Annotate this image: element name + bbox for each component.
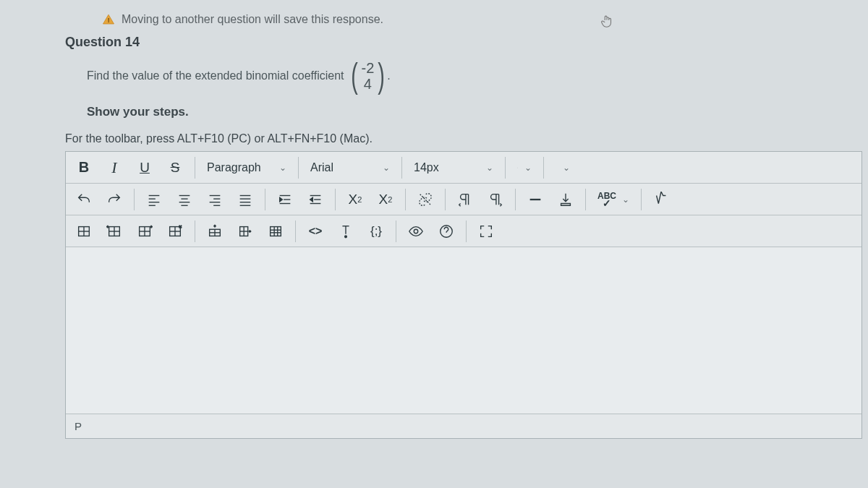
block-format-dropdown[interactable]: Paragraph ⌄ — [200, 155, 294, 181]
save-warning: ! Moving to another question will save t… — [0, 0, 868, 35]
help-button[interactable] — [433, 218, 459, 244]
paren-left: ( — [351, 61, 358, 90]
show-steps-text: Show your steps. — [87, 105, 868, 132]
preview-button[interactable] — [403, 218, 429, 244]
css-class-button[interactable]: {;} — [363, 218, 389, 244]
element-path[interactable]: P — [75, 420, 82, 432]
insert-file-button[interactable] — [553, 187, 579, 213]
html-source-button[interactable]: <> — [302, 218, 328, 244]
svg-point-62 — [414, 229, 418, 234]
prompt-period: . — [387, 69, 390, 82]
font-family-label: Arial — [310, 161, 333, 174]
insert-table-button[interactable] — [71, 218, 97, 244]
remove-link-button[interactable] — [412, 187, 438, 213]
fullscreen-button[interactable] — [473, 218, 499, 244]
unordered-list-dropdown[interactable]: ⌄ — [510, 155, 539, 181]
binom-top: -2 — [361, 60, 374, 76]
binomial-coefficient: ( -2 4 ) — [349, 60, 388, 92]
math-editor-button[interactable] — [648, 187, 674, 213]
chevron-down-icon: ⌄ — [622, 194, 629, 205]
warning-text: Moving to another question will save thi… — [122, 13, 383, 26]
editor-content-area[interactable] — [66, 247, 861, 414]
paren-right: ) — [378, 61, 385, 90]
table-delete-button[interactable] — [162, 218, 188, 244]
table-properties-button[interactable] — [263, 218, 289, 244]
binom-bottom: 4 — [364, 76, 372, 92]
block-format-label: Paragraph — [207, 161, 261, 174]
bold-button[interactable]: B — [71, 155, 97, 181]
align-right-button[interactable] — [202, 187, 228, 213]
rich-text-editor: B I U S Paragraph ⌄ Arial ⌄ 14px ⌄ ⌄ 123… — [65, 151, 862, 439]
italic-button[interactable]: I — [101, 155, 127, 181]
warning-icon: ! — [101, 13, 116, 26]
superscript-button[interactable]: X2 — [342, 187, 368, 213]
svg-text:!: ! — [108, 17, 110, 24]
redo-button[interactable] — [101, 187, 127, 213]
chevron-down-icon: ⌄ — [486, 163, 493, 173]
nonbreaking-space-button[interactable] — [333, 218, 359, 244]
question-number: Question 14 — [0, 35, 868, 60]
toolbar-hint: For the toolbar, press ALT+F10 (PC) or A… — [0, 132, 868, 151]
underline-button[interactable]: U — [132, 155, 158, 181]
prompt-text: Find the value of the extended binomial … — [87, 69, 344, 82]
chevron-down-icon: ⌄ — [383, 163, 390, 173]
svg-rect-54 — [271, 226, 281, 236]
svg-point-60 — [345, 235, 347, 237]
ltr-button[interactable] — [452, 187, 478, 213]
undo-button[interactable] — [71, 187, 97, 213]
svg-text:3: 3 — [556, 167, 556, 168]
subscript-button[interactable]: X2 — [373, 187, 399, 213]
table-row-insert-button[interactable] — [101, 218, 127, 244]
toolbar-row-3: <> {;} — [66, 215, 861, 247]
table-col-insert-button[interactable] — [132, 218, 158, 244]
align-center-button[interactable] — [171, 187, 197, 213]
align-left-button[interactable] — [141, 187, 167, 213]
outdent-button[interactable] — [302, 187, 328, 213]
table-col-after-button[interactable] — [232, 218, 258, 244]
horizontal-rule-button[interactable] — [522, 187, 548, 213]
chevron-down-icon: ⌄ — [524, 163, 532, 173]
indent-button[interactable] — [272, 187, 298, 213]
ordered-list-dropdown[interactable]: 123 ⌄ — [548, 155, 577, 181]
align-justify-button[interactable] — [232, 187, 258, 213]
chevron-down-icon: ⌄ — [563, 163, 570, 173]
pointer-hand-icon[interactable] — [599, 13, 615, 33]
toolbar-row-2: X2 X2 ABC✓ ⌄ — [66, 184, 861, 215]
font-family-dropdown[interactable]: Arial ⌄ — [303, 155, 397, 181]
strikethrough-button[interactable]: S — [162, 155, 188, 181]
font-size-dropdown[interactable]: 14px ⌄ — [407, 155, 501, 181]
chevron-down-icon: ⌄ — [279, 163, 286, 173]
font-size-label: 14px — [414, 161, 439, 174]
toolbar-row-1: B I U S Paragraph ⌄ Arial ⌄ 14px ⌄ ⌄ 123… — [66, 152, 861, 184]
table-row-after-button[interactable] — [202, 218, 228, 244]
question-prompt: Find the value of the extended binomial … — [87, 60, 868, 105]
spellcheck-dropdown[interactable]: ABC✓ ⌄ — [590, 187, 637, 213]
editor-status-bar: P — [66, 414, 861, 438]
rtl-button[interactable] — [482, 187, 509, 213]
